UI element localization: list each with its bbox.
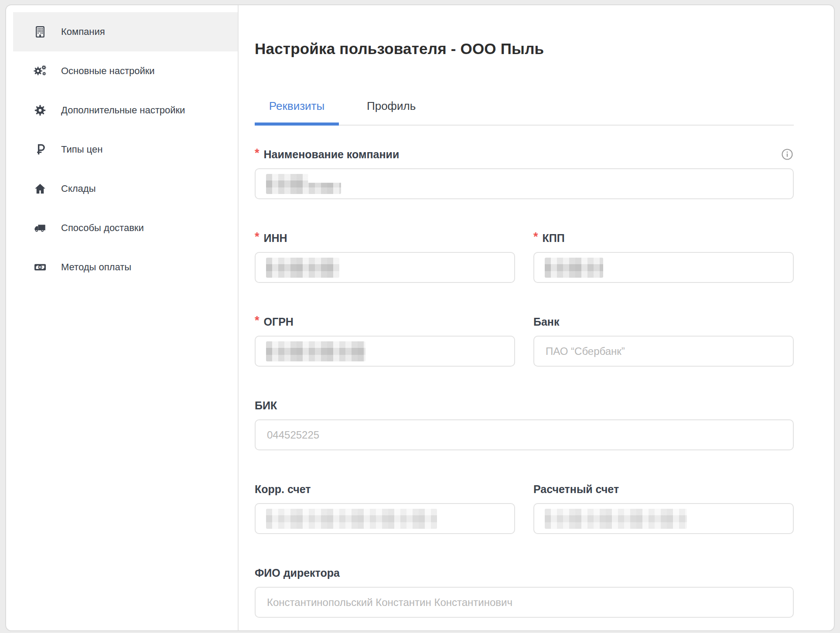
sidebar-item-label: Основные настройки [61, 65, 155, 77]
sidebar-item-label: Методы оплаты [61, 262, 131, 273]
page-title: Настройка пользователя - ООО Пыль [255, 39, 794, 58]
field-company-name: * Наименование компании [255, 148, 794, 199]
sidebar-item-label: Типы цен [61, 144, 102, 155]
required-mark: * [255, 146, 260, 160]
field-row-inn-kpp: * ИНН * КПП [255, 231, 794, 283]
info-icon[interactable] [781, 148, 794, 161]
truck-icon [34, 221, 47, 235]
required-mark: * [255, 314, 260, 327]
sidebar-item-company[interactable]: Компания [13, 12, 238, 51]
svg-text:1: 1 [39, 265, 41, 269]
field-label: БИК [255, 399, 277, 412]
main-content: Настройка пользователя - ООО Пыль Реквиз… [239, 5, 834, 630]
sidebar: Компания Основные настройки Дополнительн… [6, 5, 239, 630]
ruble-icon [34, 143, 47, 156]
building-icon [34, 25, 47, 38]
field-label: Наименование компании [264, 148, 400, 161]
sidebar-item-label: Склады [61, 183, 96, 194]
sidebar-item-warehouses[interactable]: Склады [13, 169, 238, 208]
settings-card: Компания Основные настройки Дополнительн… [5, 4, 835, 631]
tab-bar: Реквизиты Профиль [255, 100, 794, 126]
ogrn-input[interactable] [255, 336, 515, 367]
sidebar-item-label: Дополнительные настройки [61, 105, 185, 116]
company-name-input[interactable] [255, 168, 794, 199]
korr-account-input[interactable] [255, 503, 515, 534]
field-inn: * ИНН [255, 231, 515, 283]
sidebar-item-price-types[interactable]: Типы цен [13, 130, 238, 169]
bik-input[interactable] [255, 419, 794, 450]
home-icon [34, 182, 47, 195]
sidebar-item-label: Компания [61, 26, 105, 37]
required-mark: * [533, 230, 538, 244]
gear-icon [34, 104, 47, 117]
director-name-input[interactable] [255, 587, 794, 618]
requisites-form: * Наименование компании [255, 148, 794, 618]
sidebar-item-payment-methods[interactable]: 1 Методы оплаты [13, 248, 238, 287]
sidebar-item-general-settings[interactable]: Основные настройки [13, 51, 238, 91]
field-ogrn: * ОГРН [255, 315, 515, 367]
sidebar-item-additional-settings[interactable]: Дополнительные настройки [13, 91, 238, 130]
field-director-name: ФИО директора [255, 566, 794, 618]
gears-icon [34, 65, 47, 78]
required-mark: * [255, 230, 260, 244]
field-bik: БИК [255, 399, 794, 450]
field-korr-account: Корр. счет [255, 483, 515, 534]
kpp-input[interactable] [533, 252, 794, 283]
field-kpp: * КПП [533, 231, 794, 283]
sidebar-item-label: Способы доставки [61, 222, 144, 234]
field-label: ИНН [264, 232, 287, 245]
tab-profile[interactable]: Профиль [367, 100, 416, 125]
inn-input[interactable] [255, 252, 515, 283]
settlement-account-input[interactable] [533, 503, 794, 534]
tab-requisites[interactable]: Реквизиты [255, 100, 339, 126]
field-label: Расчетный счет [533, 483, 619, 496]
field-label: ОГРН [264, 316, 294, 328]
sidebar-item-delivery-methods[interactable]: Способы доставки [13, 208, 238, 248]
field-label: КПП [543, 232, 565, 245]
field-settlement-account: Расчетный счет [533, 483, 794, 534]
field-row-ogrn-bank: * ОГРН Банк [255, 315, 794, 367]
field-label: ФИО директора [255, 567, 340, 579]
field-label: Банк [533, 316, 560, 328]
bank-input[interactable] [533, 336, 794, 367]
field-row-accounts: Корр. счет Расчетный счет [255, 483, 794, 534]
field-label: Корр. счет [255, 483, 311, 496]
field-bank: Банк [533, 315, 794, 367]
banknote-icon: 1 [34, 261, 47, 274]
